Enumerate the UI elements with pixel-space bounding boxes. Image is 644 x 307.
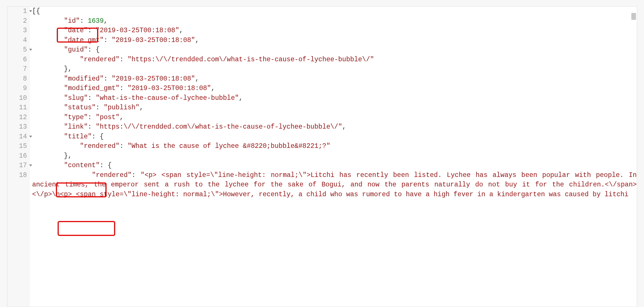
code-line-7: }, xyxy=(32,64,637,74)
json-close-brace: }, xyxy=(64,65,72,73)
json-value: "https:\/\/trendded.com\/what-is-the-cau… xyxy=(128,56,374,63)
json-key-content: "content" xyxy=(64,162,100,169)
code-area[interactable]: [{ "id": 1639, "date": "2019-03-25T00:18… xyxy=(30,7,637,307)
json-key-rendered: "rendered" xyxy=(80,142,120,150)
json-key-title: "title" xyxy=(64,133,92,140)
code-line-4: "date_gmt": "2019-03-25T00:18:08", xyxy=(32,36,637,45)
json-value: "2019-03-25T00:18:08" xyxy=(128,85,211,92)
line-number: 10 xyxy=(7,94,27,103)
line-number: 4 xyxy=(7,36,27,45)
json-key-id: "id" xyxy=(64,17,80,25)
line-number: 17 xyxy=(7,161,27,171)
json-value: "2019-03-25T00:18:08" xyxy=(96,27,179,34)
json-key-modified: "modified" xyxy=(64,75,104,83)
hl-date xyxy=(57,28,98,43)
json-key-rendered: "rendered" xyxy=(92,171,132,179)
json-value: 1639 xyxy=(88,17,104,25)
json-close-brace: }, xyxy=(64,152,72,160)
line-number: 15 xyxy=(7,142,27,151)
line-number: 7 xyxy=(7,64,27,74)
json-value: "what-is-the-cause-of-lychee-bubble" xyxy=(96,94,239,102)
line-number: 2 xyxy=(7,16,27,26)
line-number: 8 xyxy=(7,74,27,84)
json-key-status: "status" xyxy=(64,104,96,111)
hl-content xyxy=(58,221,115,236)
line-number-gutter: 123456789101112131415161718 xyxy=(7,7,30,307)
code-line-11: "status": "publish", xyxy=(32,103,637,113)
line-number: 18 xyxy=(7,171,27,180)
code-line-6: "rendered": "https:\/\/trendded.com\/wha… xyxy=(32,55,637,65)
json-key-modified-gmt: "modified_gmt" xyxy=(64,85,120,92)
line-number: 6 xyxy=(7,55,27,65)
json-key-rendered: "rendered" xyxy=(80,56,120,63)
code-line-16: }, xyxy=(32,151,637,161)
line-number: 3 xyxy=(7,26,27,36)
code-line-3: "date": "2019-03-25T00:18:08", xyxy=(32,26,637,36)
code-text: [{ xyxy=(32,7,40,15)
code-line-1: [{ xyxy=(32,7,637,16)
code-line-18: "rendered": "<p> <span style=\"line-heig… xyxy=(32,171,637,200)
json-key-slug: "slug" xyxy=(64,94,88,102)
line-number: 11 xyxy=(7,103,27,113)
code-line-17: "content": { xyxy=(32,161,637,171)
code-line-14: "title": { xyxy=(32,132,637,142)
vertical-scrollbar-thumb[interactable] xyxy=(631,13,636,20)
hl-title xyxy=(56,182,107,197)
code-line-8: "modified": "2019-03-25T00:18:08", xyxy=(32,74,637,84)
line-number: 5 xyxy=(7,45,27,55)
line-number: 13 xyxy=(7,122,27,132)
code-line-10: "slug": "what-is-the-cause-of-lychee-bub… xyxy=(32,94,637,103)
code-line-9: "modified_gmt": "2019-03-25T00:18:08", xyxy=(32,84,637,94)
code-line-13: "link": "https:\/\/trendded.com\/what-is… xyxy=(32,122,637,132)
line-number: 16 xyxy=(7,151,27,161)
code-line-15: "rendered": "What is the cause of lychee… xyxy=(32,142,637,151)
code-editor: 123456789101112131415161718 [{ "id": 163… xyxy=(7,6,637,307)
line-number: 1 xyxy=(7,7,27,16)
json-value: "2019-03-25T00:18:08" xyxy=(112,75,195,83)
json-value: "https:\/\/trendded.com\/what-is-the-cau… xyxy=(96,123,342,131)
json-value: "What is the cause of lychee &#8220;bubb… xyxy=(128,142,330,150)
json-key-link: "link" xyxy=(64,123,88,131)
json-key-guid: "guid" xyxy=(64,46,88,54)
json-key-type: "type" xyxy=(64,114,88,121)
code-line-2: "id": 1639, xyxy=(32,16,637,26)
line-number: 14 xyxy=(7,132,27,142)
line-number: 9 xyxy=(7,84,27,94)
json-value: "2019-03-25T00:18:08" xyxy=(112,37,195,44)
code-line-5: "guid": { xyxy=(32,45,637,55)
json-value: "post" xyxy=(96,114,120,121)
json-value: "publish" xyxy=(104,104,139,111)
code-line-12: "type": "post", xyxy=(32,113,637,123)
line-number: 12 xyxy=(7,113,27,123)
